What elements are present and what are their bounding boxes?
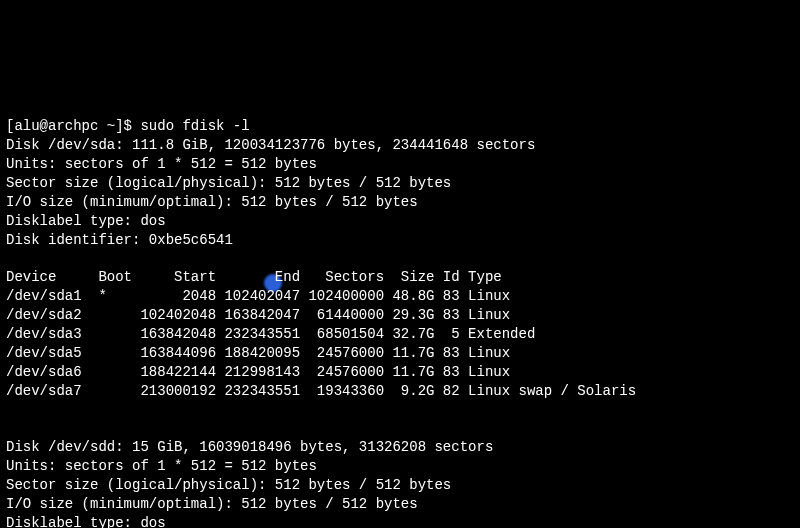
- disk-sda-label: Disklabel type: dos: [6, 213, 166, 229]
- sda-table-header: Device Boot Start End Sectors Size Id Ty…: [6, 269, 502, 285]
- disk-sdd-header: Disk /dev/sdd: 15 GiB, 16039018496 bytes…: [6, 439, 493, 455]
- table-row: /dev/sda2 102402048 163842047 61440000 2…: [6, 307, 510, 323]
- disk-sdd-io: I/O size (minimum/optimal): 512 bytes / …: [6, 496, 418, 512]
- disk-sda-ident: Disk identifier: 0xbe5c6541: [6, 232, 233, 248]
- disk-sdd-sector: Sector size (logical/physical): 512 byte…: [6, 477, 451, 493]
- disk-sda-sector: Sector size (logical/physical): 512 byte…: [6, 175, 451, 191]
- table-row: /dev/sda5 163844096 188420095 24576000 1…: [6, 345, 510, 361]
- terminal-output: [alu@archpc ~]$ sudo fdisk -l Disk /dev/…: [6, 80, 794, 528]
- prompt-line-1[interactable]: [alu@archpc ~]$ sudo fdisk -l: [6, 118, 250, 134]
- disk-sda-io: I/O size (minimum/optimal): 512 bytes / …: [6, 194, 418, 210]
- table-row: /dev/sda7 213000192 232343551 19343360 9…: [6, 383, 636, 399]
- disk-sdd-units: Units: sectors of 1 * 512 = 512 bytes: [6, 458, 317, 474]
- disk-sda-header: Disk /dev/sda: 111.8 GiB, 120034123776 b…: [6, 137, 535, 153]
- disk-sda-units: Units: sectors of 1 * 512 = 512 bytes: [6, 156, 317, 172]
- disk-sdd-label: Disklabel type: dos: [6, 515, 166, 528]
- table-row: /dev/sda1 * 2048 102402047 102400000 48.…: [6, 288, 510, 304]
- table-row: /dev/sda6 188422144 212998143 24576000 1…: [6, 364, 510, 380]
- table-row: /dev/sda3 163842048 232343551 68501504 3…: [6, 326, 535, 342]
